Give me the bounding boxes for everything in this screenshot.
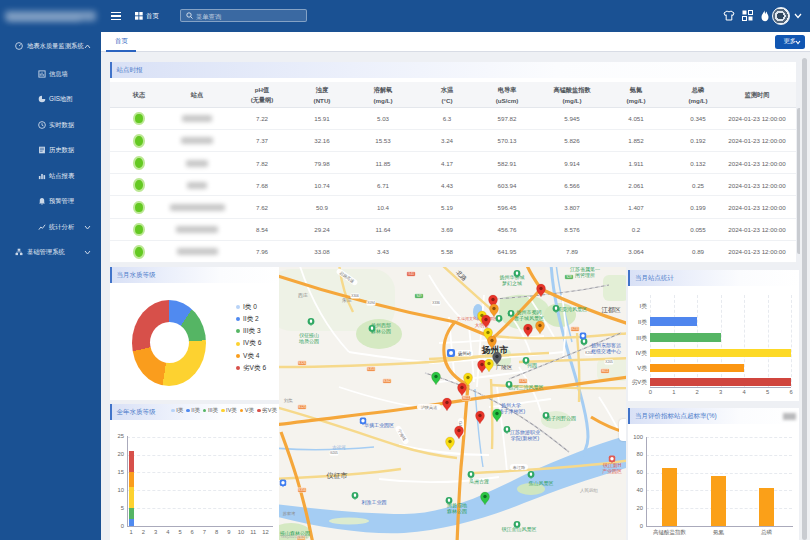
svg-text:S342: S342	[383, 379, 391, 383]
svg-text:S28: S28	[566, 275, 572, 279]
svg-text:西庄: 西庄	[298, 292, 308, 299]
svg-text:梦幻之城: 梦幻之城	[502, 280, 522, 287]
svg-text:利淮工业园: 利淮工业园	[362, 499, 387, 506]
svg-text:华摘工业园区: 华摘工业园区	[364, 422, 394, 429]
svg-text:瓜洲古渡: 瓜洲古渡	[469, 478, 489, 485]
svg-text:S356: S356	[298, 488, 306, 492]
svg-text:朱庄: 朱庄	[342, 297, 352, 303]
svg-text:广陵区: 广陵区	[496, 364, 513, 370]
svg-text:焦山风景区: 焦山风景区	[529, 480, 554, 486]
svg-text:地质公园: 地质公园	[298, 338, 319, 345]
svg-text:产业园区: 产业园区	[602, 468, 622, 475]
svg-text:北路: 北路	[454, 269, 468, 283]
svg-text:S49: S49	[416, 294, 422, 298]
svg-text:S353: S353	[367, 367, 375, 371]
svg-text:学院(新校区): 学院(新校区)	[511, 435, 540, 442]
svg-text:扬子问野公园: 扬子问野公园	[546, 415, 576, 422]
svg-text:闸管理所: 闸管理所	[575, 272, 595, 279]
svg-text:G328: G328	[519, 379, 527, 383]
svg-text:X094: X094	[367, 301, 375, 305]
svg-text:X336: X336	[432, 301, 440, 305]
svg-text:春江路: 春江路	[513, 465, 526, 470]
svg-text:S326: S326	[298, 361, 306, 365]
svg-text:人民四组: 人民四组	[580, 488, 599, 493]
svg-text:江都区: 江都区	[601, 306, 621, 314]
svg-text:X205: X205	[605, 360, 613, 364]
svg-text:G233: G233	[571, 327, 579, 331]
svg-text:G205: G205	[330, 451, 338, 455]
svg-text:S611: S611	[462, 396, 469, 400]
svg-text:大运河文化旅游度假区: 大运河文化旅游度假区	[457, 316, 497, 321]
svg-text:沪陕高速: 沪陕高速	[421, 405, 438, 410]
svg-text:G40: G40	[408, 272, 414, 276]
svg-text:苏家湾: 苏家湾	[283, 511, 296, 516]
svg-text:枢纽交通中心: 枢纽交通中心	[591, 348, 621, 354]
svg-text:森林公园: 森林公园	[447, 508, 467, 515]
svg-text:茱萸湾风景区: 茱萸湾风景区	[557, 306, 587, 313]
svg-text:S611: S611	[601, 369, 608, 373]
svg-text:X306: X306	[351, 294, 359, 298]
svg-text:吉运河: 吉运河	[332, 445, 346, 450]
svg-text:刘集: 刘集	[284, 398, 294, 403]
svg-text:何园: 何园	[527, 362, 537, 369]
svg-text:S125: S125	[298, 405, 306, 409]
svg-text:运河三湾风景区: 运河三湾风景区	[509, 384, 544, 391]
svg-text:仪征市: 仪征市	[327, 471, 348, 480]
